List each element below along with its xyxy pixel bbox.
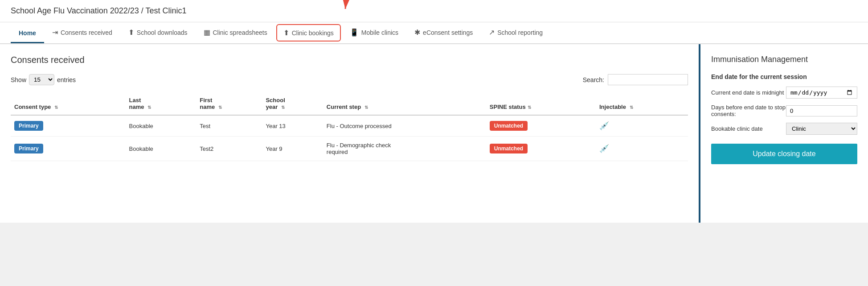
table-row: Primary Bookable Test2 Year 9 Flu - Demo… [11,137,688,161]
sort-icon-first-name[interactable]: ⇅ [218,105,222,110]
sort-icon-consent-type[interactable]: ⇅ [54,105,58,110]
days-before-input[interactable] [786,105,857,116]
cell-school-year: Year 9 [262,137,323,161]
clinic-bookings-label: Clinic bookings [292,29,334,37]
entries-label: entries [57,76,76,83]
consent-type-badge: Primary [14,144,43,153]
mobile-clinics-label: Mobile clinics [361,29,398,36]
consents-received-label: Consents received [61,29,112,36]
injectable-icon: 💉 [599,144,609,153]
col-consent-type: Consent type ⇅ [11,92,126,115]
sort-icon-last-name[interactable]: ⇅ [147,105,151,110]
cell-last-name: Bookable [126,115,197,137]
col-school-year: Schoolyear ⇅ [262,92,323,115]
main-nav: Home ⇥ Consents received ⬆ School downlo… [0,22,868,44]
nav-item-clinic-bookings[interactable]: ⬆ Clinic bookings [276,24,341,41]
session-section-title: End date for the current session [711,73,857,80]
cell-injectable: 💉 [596,137,688,161]
nav-item-consents-received[interactable]: ⇥ Consents received [44,23,120,43]
page-title: School Age Flu Vaccination 2022/23 / Tes… [11,6,857,16]
table-controls: Show 15 25 50 100 entries Search: [11,74,688,85]
page-header: School Age Flu Vaccination 2022/23 / Tes… [0,0,868,22]
cell-injectable: 💉 [596,115,688,137]
cell-first-name: Test2 [196,137,262,161]
end-date-input[interactable] [786,87,857,99]
immunisation-title: Immunisation Management [711,55,857,64]
home-label: Home [19,29,36,37]
cell-current-step: Flu - Demographic checkrequired [323,137,486,161]
consents-title: Consents received [11,55,688,65]
col-spine-status: SPINE status⇅ [486,92,596,115]
clinic-select[interactable]: Clinic [786,123,857,135]
col-last-name: Lastname ⇅ [126,92,197,115]
days-before-label: Days before end date to stop consents: [711,104,786,117]
econsent-settings-icon: ✱ [414,28,420,37]
table-header-row: Consent type ⇅ Lastname ⇅ Firstname ⇅ Sc… [11,92,688,115]
entries-select[interactable]: 15 25 50 100 [29,74,54,85]
show-entries-control: Show 15 25 50 100 entries [11,74,76,85]
nav-item-clinic-spreadsheets[interactable]: ▦ Clinic spreadsheets [196,23,275,43]
end-date-label: Current end date is midnight [711,89,786,96]
nav-item-home[interactable]: Home [11,24,44,43]
clinic-bookings-icon: ⬆ [283,29,289,37]
econsent-settings-label: eConsent settings [423,29,473,36]
col-current-step: Current step ⇅ [323,92,486,115]
consents-panel: Consents received Show 15 25 50 100 entr… [0,44,699,223]
cell-consent-type: Primary [11,137,126,161]
col-first-name: Firstname ⇅ [196,92,262,115]
school-reporting-label: School reporting [497,29,543,36]
search-area: Search: [583,74,688,85]
nav-item-school-downloads[interactable]: ⬆ School downloads [120,23,196,43]
bookable-clinic-row: Bookable clinic date Clinic [711,123,857,135]
cell-school-year: Year 13 [262,115,323,137]
cell-spine-status: Unmatched [486,137,596,161]
cell-consent-type: Primary [11,115,126,137]
bookable-clinic-label: Bookable clinic date [711,125,786,132]
injectable-icon: 💉 [599,121,609,130]
page-content: Consents received Show 15 25 50 100 entr… [0,44,868,223]
nav-item-mobile-clinics[interactable]: 📱 Mobile clinics [342,23,406,43]
show-label: Show [11,76,26,83]
school-downloads-label: School downloads [137,29,188,36]
sort-icon-spine-status[interactable]: ⇅ [528,105,531,110]
cell-first-name: Test [196,115,262,137]
update-closing-date-button[interactable]: Update closing date [711,144,857,164]
search-label: Search: [583,76,604,83]
days-before-row: Days before end date to stop consents: [711,104,857,117]
nav-item-econsent-settings[interactable]: ✱ eConsent settings [406,23,481,43]
search-input[interactable] [608,74,688,85]
cell-last-name: Bookable [126,137,197,161]
spine-status-badge: Unmatched [490,121,528,131]
clinic-bookings-wrapper: ⬆ Clinic bookings [275,22,342,43]
table-row: Primary Bookable Test Year 13 Flu - Outc… [11,115,688,137]
cell-current-step: Flu - Outcome processed [323,115,486,137]
nav-item-school-reporting[interactable]: ↗ School reporting [481,23,551,43]
col-injectable: Injectable ⇅ [596,92,688,115]
mobile-clinics-icon: 📱 [350,28,359,37]
consents-received-icon: ⇥ [52,28,58,37]
spine-status-badge: Unmatched [490,144,528,153]
consent-type-badge: Primary [14,121,43,131]
school-reporting-icon: ↗ [489,28,495,37]
end-date-row: Current end date is midnight [711,87,857,99]
clinic-spreadsheets-label: Clinic spreadsheets [213,29,267,36]
immunisation-panel: Immunisation Management End date for the… [699,44,868,223]
consents-table: Consent type ⇅ Lastname ⇅ Firstname ⇅ Sc… [11,92,688,161]
school-downloads-icon: ⬆ [128,28,134,37]
sort-icon-school-year[interactable]: ⇅ [281,105,285,110]
sort-icon-current-step[interactable]: ⇅ [364,105,368,110]
cell-spine-status: Unmatched [486,115,596,137]
sort-icon-injectable[interactable]: ⇅ [630,105,633,110]
clinic-spreadsheets-icon: ▦ [204,28,210,37]
